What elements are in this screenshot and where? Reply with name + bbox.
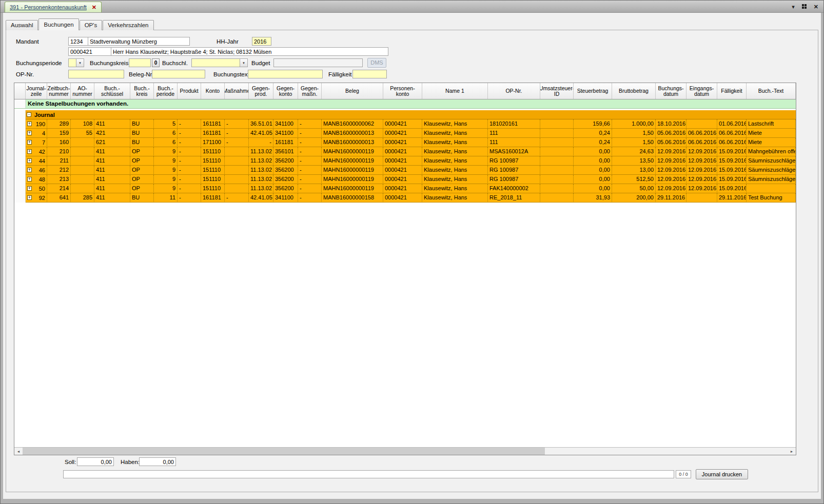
tab-op-s[interactable]: OP's xyxy=(80,20,103,30)
row-selector[interactable] xyxy=(14,119,26,129)
grid-cell[interactable]: - xyxy=(178,119,201,129)
horizontal-scrollbar[interactable]: ◄ ► xyxy=(14,447,796,455)
grid-cell[interactable]: 15.09.2016 xyxy=(717,175,747,184)
grid-cell[interactable]: 1.000,00 xyxy=(612,119,656,129)
column-header[interactable]: Bruttobetrag xyxy=(612,83,656,99)
row-selector[interactable] xyxy=(14,175,26,184)
grid-cell[interactable]: - xyxy=(298,129,322,138)
grid-cell[interactable]: +42 xyxy=(26,147,47,156)
grid-cell[interactable]: 151110 xyxy=(201,156,225,166)
grid-cell[interactable]: MAHN16000000119 xyxy=(322,184,383,193)
grid-cell[interactable]: OP xyxy=(130,156,154,166)
column-header[interactable]: Buch.- kreis xyxy=(130,83,154,99)
grid-cell[interactable]: 411 xyxy=(94,193,130,203)
grid-cell[interactable] xyxy=(540,184,574,193)
grid-cell[interactable]: 421 xyxy=(94,129,130,138)
grid-cell[interactable]: OP xyxy=(130,184,154,193)
column-header[interactable]: Personen- konto xyxy=(383,83,422,99)
row-selector[interactable] xyxy=(14,193,26,203)
grid-cell[interactable]: 0000421 xyxy=(383,138,422,147)
grid-cell[interactable]: - xyxy=(298,156,322,166)
grid-cell[interactable] xyxy=(225,166,249,175)
grid-cell[interactable] xyxy=(540,129,574,138)
journal-row[interactable]: +44211411OP9-15111011.13.02356200-MAHN16… xyxy=(14,156,796,166)
grid-cell[interactable]: 621 xyxy=(94,138,130,147)
grid-cell[interactable]: 0000421 xyxy=(383,156,422,166)
no-batch-row[interactable]: Keine Stapelbuchungen vorhanden. xyxy=(14,99,796,109)
expand-icon[interactable]: + xyxy=(27,131,32,135)
grid-cell[interactable]: 12.09.2016 xyxy=(686,175,717,184)
column-header[interactable]: Produkt xyxy=(178,83,201,99)
grid-cell[interactable]: OP xyxy=(130,147,154,156)
grid-cell[interactable]: - xyxy=(298,119,322,129)
journal-row[interactable]: +46212411OP9-15111011.13.02356200-MAHN16… xyxy=(14,166,796,175)
grid-cell[interactable]: MANB16000000158 xyxy=(322,193,383,203)
journal-group-cell[interactable]: - Journal xyxy=(26,110,796,119)
grid-cell[interactable]: Säumniszuschläge n xyxy=(747,156,796,166)
grid-cell[interactable]: 12.09.2016 xyxy=(686,147,717,156)
grid-cell[interactable]: 411 xyxy=(94,184,130,193)
grid-cell[interactable]: 0,00 xyxy=(574,147,612,156)
grid-cell[interactable]: 05.06.2016 xyxy=(656,138,686,147)
grid-cell[interactable]: 29.11.2016 xyxy=(717,193,747,203)
grid-cell[interactable]: MANB16000000013 xyxy=(322,129,383,138)
window-close-icon[interactable]: ✕ xyxy=(814,4,818,10)
grid-cell[interactable]: 18.10.2016 xyxy=(656,119,686,129)
grid-cell[interactable]: 151110 xyxy=(201,175,225,184)
grid-cell[interactable]: Säumniszuschläge n xyxy=(747,175,796,184)
column-header[interactable]: OP-Nr. xyxy=(488,83,540,99)
personenkonto-info-field[interactable] xyxy=(111,47,388,56)
grid-cell[interactable]: 12.09.2016 xyxy=(656,147,686,156)
grid-cell[interactable]: 181020161 xyxy=(488,119,540,129)
grid-cell[interactable]: 210 xyxy=(47,147,71,156)
grid-cell[interactable]: MSAS160012A xyxy=(488,147,540,156)
grid-cell[interactable]: 06.06.2016 xyxy=(717,129,747,138)
expand-icon[interactable]: + xyxy=(27,186,32,191)
grid-cell[interactable]: 11.13.02 xyxy=(249,175,273,184)
grid-cell[interactable]: MANB16000000013 xyxy=(322,138,383,147)
grid-cell[interactable]: - xyxy=(225,193,249,203)
grid-cell[interactable]: 05.06.2016 xyxy=(656,129,686,138)
grid-cell[interactable] xyxy=(225,156,249,166)
chevron-down-icon[interactable]: ▼ xyxy=(240,59,247,67)
grid-cell[interactable]: 29.11.2016 xyxy=(656,193,686,203)
grid-cell[interactable]: 0,00 xyxy=(574,156,612,166)
journal-row[interactable]: +50214411OP9-15111011.13.02356200-MAHN16… xyxy=(14,184,796,193)
grid-cell[interactable]: Miete xyxy=(747,129,796,138)
grid-cell[interactable]: - xyxy=(249,138,273,147)
document-tab-close-icon[interactable]: ✕ xyxy=(92,5,96,10)
row-selector[interactable] xyxy=(14,184,26,193)
grid-cell[interactable]: 411 xyxy=(94,175,130,184)
journal-row[interactable]: +92641285411BU11-161181-42.41.05341100-M… xyxy=(14,193,796,203)
grid-cell[interactable]: - xyxy=(225,138,249,147)
buchungskreis-info-button[interactable]: 0 xyxy=(152,58,160,67)
grid-cell[interactable]: 341100 xyxy=(273,129,298,138)
grid-cell[interactable]: - xyxy=(298,147,322,156)
grid-cell[interactable]: - xyxy=(298,138,322,147)
grid-cell[interactable]: 285 xyxy=(71,193,94,203)
expand-icon[interactable]: + xyxy=(27,122,32,126)
grid-cell[interactable]: +7 xyxy=(26,138,47,147)
grid-cell[interactable]: 15.09.2016 xyxy=(717,147,747,156)
hh-jahr-field[interactable] xyxy=(252,37,271,46)
column-header[interactable]: Buch.- periode xyxy=(154,83,178,99)
grid-cell[interactable]: 31,93 xyxy=(574,193,612,203)
grid-cell[interactable]: 0000421 xyxy=(383,184,422,193)
grid-cell[interactable]: 12.09.2016 xyxy=(686,166,717,175)
grid-cell[interactable]: 111 xyxy=(488,138,540,147)
beleg-nr-field[interactable] xyxy=(152,70,205,78)
column-header[interactable]: AO- nummer xyxy=(71,83,94,99)
grid-cell[interactable]: Miete xyxy=(747,138,796,147)
column-header[interactable]: Buchungs- datum xyxy=(656,83,686,99)
grid-cell[interactable]: Klausewitz, Hans xyxy=(422,184,488,193)
grid-cell[interactable]: 411 xyxy=(94,119,130,129)
grid-cell[interactable]: 200,00 xyxy=(612,193,656,203)
column-header[interactable]: Gegen- prod. xyxy=(249,83,273,99)
grid-cell[interactable] xyxy=(686,193,717,203)
faelligkeit-field[interactable] xyxy=(352,70,387,78)
grid-cell[interactable]: MAHN16000000119 xyxy=(322,166,383,175)
grid-cell[interactable]: 15.09.2016 xyxy=(717,166,747,175)
grid-cell[interactable]: 151110 xyxy=(201,166,225,175)
tab-auswahl[interactable]: Auswahl xyxy=(6,20,38,30)
column-header[interactable]: Journal- zeile xyxy=(26,83,47,99)
